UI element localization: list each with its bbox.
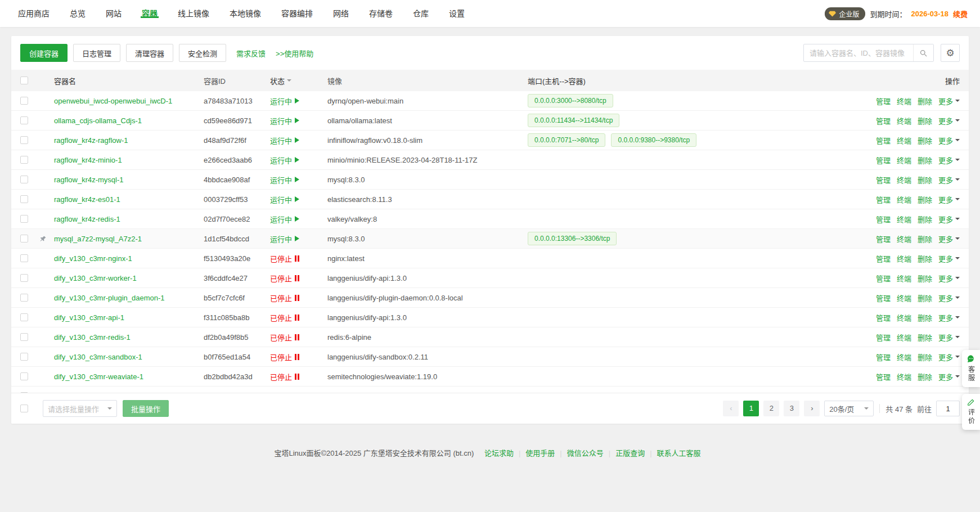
- more-link[interactable]: 更多: [938, 312, 960, 323]
- manage-link[interactable]: 管理: [876, 371, 891, 382]
- more-link[interactable]: 更多: [938, 194, 960, 205]
- delete-link[interactable]: 删除: [918, 135, 932, 146]
- manage-link[interactable]: 管理: [876, 135, 891, 146]
- row-checkbox[interactable]: [20, 313, 28, 321]
- footer-link-2[interactable]: 微信公众号: [567, 449, 604, 457]
- search-input[interactable]: [804, 49, 913, 57]
- terminal-link[interactable]: 终端: [897, 174, 911, 185]
- nav-tab-5[interactable]: 本地镜像: [219, 9, 271, 18]
- more-link[interactable]: 更多: [938, 352, 960, 362]
- manage-link[interactable]: 管理: [876, 115, 891, 126]
- row-checkbox[interactable]: [20, 176, 28, 183]
- container-name-link[interactable]: ragflow_kr4z-es01-1: [54, 195, 199, 204]
- clean-container-button[interactable]: 清理容器: [126, 44, 173, 62]
- more-link[interactable]: 更多: [938, 371, 960, 382]
- nav-tab-3[interactable]: 容器: [132, 9, 168, 18]
- manage-link[interactable]: 管理: [876, 293, 891, 303]
- manage-link[interactable]: 管理: [876, 352, 891, 362]
- row-checkbox[interactable]: [20, 156, 28, 164]
- row-checkbox[interactable]: [20, 274, 28, 282]
- container-name-link[interactable]: ragflow_kr4z-minio-1: [54, 156, 199, 164]
- terminal-link[interactable]: 终端: [897, 332, 911, 343]
- container-name-link[interactable]: dify_v130_c3mr-sandbox-1: [54, 353, 199, 361]
- row-checkbox[interactable]: [20, 333, 28, 341]
- footer-link-4[interactable]: 联系人工客服: [657, 449, 701, 457]
- terminal-link[interactable]: 终端: [897, 135, 911, 146]
- terminal-link[interactable]: 终端: [897, 391, 911, 393]
- delete-link[interactable]: 删除: [918, 371, 932, 382]
- page-size-select[interactable]: 20条/页: [824, 401, 874, 416]
- footer-link-3[interactable]: 正版查询: [615, 449, 645, 457]
- terminal-link[interactable]: 终端: [897, 371, 911, 382]
- nav-tab-4[interactable]: 线上镜像: [168, 9, 219, 18]
- row-checkbox[interactable]: [20, 294, 28, 302]
- more-link[interactable]: 更多: [938, 135, 960, 146]
- review-widget[interactable]: 评价: [962, 394, 980, 430]
- more-link[interactable]: 更多: [938, 391, 960, 393]
- more-link[interactable]: 更多: [938, 155, 960, 165]
- manage-link[interactable]: 管理: [876, 312, 891, 323]
- row-checkbox[interactable]: [20, 215, 28, 223]
- container-name-link[interactable]: dify_v130_c3mr-worker-1: [54, 274, 199, 282]
- page-button-3[interactable]: 3: [784, 401, 799, 416]
- search-button[interactable]: [913, 44, 933, 61]
- manage-link[interactable]: 管理: [876, 273, 891, 284]
- container-name-link[interactable]: ragflow_kr4z-mysql-1: [54, 176, 199, 184]
- delete-link[interactable]: 删除: [918, 96, 932, 106]
- more-link[interactable]: 更多: [938, 115, 960, 126]
- terminal-link[interactable]: 终端: [897, 214, 911, 224]
- container-name-link[interactable]: dify_v130_c3mr-plugin_daemon-1: [54, 294, 199, 302]
- footer-link-1[interactable]: 使用手册: [525, 449, 555, 457]
- terminal-link[interactable]: 终端: [897, 352, 911, 362]
- nav-tab-9[interactable]: 仓库: [403, 9, 439, 18]
- nav-tab-2[interactable]: 网站: [96, 9, 132, 18]
- manage-link[interactable]: 管理: [876, 96, 891, 106]
- security-check-button[interactable]: 安全检测: [179, 44, 226, 62]
- container-name-link[interactable]: mysql_a7z2-mysql_A7z2-1: [54, 235, 199, 243]
- more-link[interactable]: 更多: [938, 96, 960, 106]
- container-name-link[interactable]: openwebui_iwcd-openwebui_iwcD-1: [54, 97, 199, 105]
- footer-link-0[interactable]: 论坛求助: [484, 449, 514, 457]
- page-button-2[interactable]: 2: [763, 401, 779, 416]
- row-checkbox[interactable]: [20, 116, 28, 124]
- delete-link[interactable]: 删除: [918, 293, 932, 303]
- batch-action-select[interactable]: 请选择批量操作: [43, 400, 117, 417]
- renew-link[interactable]: 续费: [953, 8, 968, 19]
- row-checkbox[interactable]: [20, 195, 28, 203]
- settings-button[interactable]: ⚙: [941, 44, 960, 62]
- delete-link[interactable]: 删除: [918, 174, 932, 185]
- page-button-1[interactable]: 1: [743, 401, 759, 416]
- delete-link[interactable]: 删除: [918, 233, 932, 244]
- batch-action-button[interactable]: 批量操作: [123, 400, 169, 417]
- more-link[interactable]: 更多: [938, 253, 960, 264]
- log-manage-button[interactable]: 日志管理: [73, 44, 120, 62]
- manage-link[interactable]: 管理: [876, 155, 891, 165]
- terminal-link[interactable]: 终端: [897, 293, 911, 303]
- delete-link[interactable]: 删除: [918, 332, 932, 343]
- goto-page-input[interactable]: [936, 401, 960, 416]
- row-checkbox[interactable]: [20, 392, 28, 393]
- delete-link[interactable]: 删除: [918, 115, 932, 126]
- more-link[interactable]: 更多: [938, 233, 960, 244]
- container-name-link[interactable]: dify_v130_c3mr-api-1: [54, 313, 199, 322]
- terminal-link[interactable]: 终端: [897, 155, 911, 165]
- container-name-link[interactable]: dify_v130_c3mr-nginx-1: [54, 254, 199, 263]
- terminal-link[interactable]: 终端: [897, 194, 911, 205]
- more-link[interactable]: 更多: [938, 214, 960, 224]
- terminal-link[interactable]: 终端: [897, 273, 911, 284]
- manage-link[interactable]: 管理: [876, 253, 891, 264]
- delete-link[interactable]: 删除: [918, 253, 932, 264]
- manage-link[interactable]: 管理: [876, 233, 891, 244]
- manage-link[interactable]: 管理: [876, 214, 891, 224]
- delete-link[interactable]: 删除: [918, 194, 932, 205]
- prev-page-icon[interactable]: ‹: [723, 401, 739, 416]
- container-name-link[interactable]: dify_v130_c3mr-web-1: [54, 392, 199, 393]
- nav-tab-8[interactable]: 存储卷: [359, 9, 403, 18]
- manage-link[interactable]: 管理: [876, 391, 891, 393]
- more-link[interactable]: 更多: [938, 273, 960, 284]
- container-name-link[interactable]: ragflow_kr4z-ragflow-1: [54, 136, 199, 145]
- row-checkbox[interactable]: [20, 254, 28, 262]
- terminal-link[interactable]: 终端: [897, 96, 911, 106]
- help-link[interactable]: >>使用帮助: [276, 48, 313, 59]
- row-checkbox[interactable]: [20, 97, 28, 105]
